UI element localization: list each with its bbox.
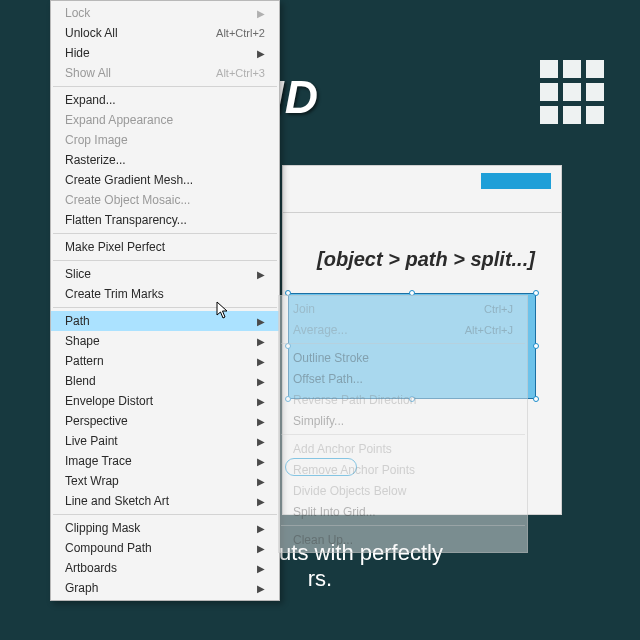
- menu-shortcut: Ctrl+J: [484, 303, 513, 315]
- grid-icon: [540, 60, 604, 124]
- chevron-right-icon: ▶: [257, 523, 265, 534]
- menu-item-label: Expand Appearance: [65, 113, 265, 127]
- menu-item-live-paint[interactable]: Live Paint▶: [51, 431, 279, 451]
- submenu-item-split-into-grid[interactable]: Split Into Grid...: [279, 501, 527, 522]
- menu-item-expand[interactable]: Expand...: [51, 90, 279, 110]
- canvas-subtitle: [object > path > split...]: [301, 248, 551, 271]
- chevron-right-icon: ▶: [257, 316, 265, 327]
- submenu-item-simplify[interactable]: Simplify...: [279, 410, 527, 431]
- menu-shortcut: Alt+Ctrl+J: [465, 324, 513, 336]
- menu-item-blend[interactable]: Blend▶: [51, 371, 279, 391]
- chevron-right-icon: ▶: [257, 476, 265, 487]
- menu-item-label: Artboards: [65, 561, 251, 575]
- canvas-tab: [481, 173, 551, 189]
- menu-item-slice[interactable]: Slice▶: [51, 264, 279, 284]
- submenu-item-offset-path[interactable]: Offset Path...: [279, 368, 527, 389]
- menu-item-expand-appearance: Expand Appearance: [51, 110, 279, 130]
- menu-item-label: Offset Path...: [293, 372, 513, 386]
- menu-separator: [53, 233, 277, 234]
- menu-item-compound-path[interactable]: Compound Path▶: [51, 538, 279, 558]
- chevron-right-icon: ▶: [257, 336, 265, 347]
- menu-item-crop-image: Crop Image: [51, 130, 279, 150]
- menu-item-hide[interactable]: Hide▶: [51, 43, 279, 63]
- menu-item-label: Remove Anchor Points: [293, 463, 513, 477]
- menu-item-label: Create Trim Marks: [65, 287, 265, 301]
- menu-item-label: Live Paint: [65, 434, 251, 448]
- chevron-right-icon: ▶: [257, 436, 265, 447]
- resize-handle[interactable]: [533, 396, 539, 402]
- menu-item-lock: Lock▶: [51, 3, 279, 23]
- chevron-right-icon: ▶: [257, 496, 265, 507]
- divider: [283, 212, 561, 213]
- chevron-right-icon: ▶: [257, 416, 265, 427]
- submenu-item-average: Average...Alt+Ctrl+J: [279, 319, 527, 340]
- menu-item-create-object-mosaic: Create Object Mosaic...: [51, 190, 279, 210]
- menu-item-line-and-sketch-art[interactable]: Line and Sketch Art▶: [51, 491, 279, 511]
- menu-item-label: Image Trace: [65, 454, 251, 468]
- menu-item-label: Show All: [65, 66, 216, 80]
- submenu-item-clean-up[interactable]: Clean Up...: [279, 529, 527, 550]
- cursor-icon: [216, 301, 230, 319]
- menu-separator: [53, 86, 277, 87]
- menu-separator: [53, 260, 277, 261]
- menu-item-label: Expand...: [65, 93, 265, 107]
- submenu-item-reverse-path-direction: Reverse Path Direction: [279, 389, 527, 410]
- menu-item-label: Divide Objects Below: [293, 484, 513, 498]
- path-submenu[interactable]: JoinCtrl+JAverage...Alt+Ctrl+JOutline St…: [278, 295, 528, 553]
- menu-item-label: Add Anchor Points: [293, 442, 513, 456]
- menu-item-label: Create Gradient Mesh...: [65, 173, 265, 187]
- menu-item-label: Outline Stroke: [293, 351, 513, 365]
- menu-item-label: Flatten Transparency...: [65, 213, 265, 227]
- chevron-right-icon: ▶: [257, 376, 265, 387]
- menu-shortcut: Alt+Ctrl+2: [216, 27, 265, 39]
- resize-handle[interactable]: [533, 290, 539, 296]
- menu-item-pattern[interactable]: Pattern▶: [51, 351, 279, 371]
- menu-item-flatten-transparency[interactable]: Flatten Transparency...: [51, 210, 279, 230]
- menu-item-label: Join: [293, 302, 484, 316]
- chevron-right-icon: ▶: [257, 48, 265, 59]
- submenu-item-add-anchor-points: Add Anchor Points: [279, 438, 527, 459]
- menu-item-label: Average...: [293, 323, 465, 337]
- submenu-item-join: JoinCtrl+J: [279, 298, 527, 319]
- menu-shortcut: Alt+Ctrl+3: [216, 67, 265, 79]
- menu-item-envelope-distort[interactable]: Envelope Distort▶: [51, 391, 279, 411]
- menu-item-create-gradient-mesh[interactable]: Create Gradient Mesh...: [51, 170, 279, 190]
- menu-item-show-all: Show AllAlt+Ctrl+3: [51, 63, 279, 83]
- object-menu[interactable]: Lock▶Unlock AllAlt+Ctrl+2Hide▶Show AllAl…: [50, 0, 280, 601]
- menu-item-perspective[interactable]: Perspective▶: [51, 411, 279, 431]
- menu-item-label: Graph: [65, 581, 251, 595]
- menu-item-image-trace[interactable]: Image Trace▶: [51, 451, 279, 471]
- submenu-item-outline-stroke[interactable]: Outline Stroke: [279, 347, 527, 368]
- chevron-right-icon: ▶: [257, 396, 265, 407]
- menu-item-unlock-all[interactable]: Unlock AllAlt+Ctrl+2: [51, 23, 279, 43]
- menu-item-label: Create Object Mosaic...: [65, 193, 265, 207]
- menu-item-label: Blend: [65, 374, 251, 388]
- menu-item-label: Envelope Distort: [65, 394, 251, 408]
- menu-separator: [53, 307, 277, 308]
- menu-item-path[interactable]: Path▶: [51, 311, 279, 331]
- menu-item-clipping-mask[interactable]: Clipping Mask▶: [51, 518, 279, 538]
- menu-item-create-trim-marks[interactable]: Create Trim Marks: [51, 284, 279, 304]
- menu-item-make-pixel-perfect[interactable]: Make Pixel Perfect: [51, 237, 279, 257]
- menu-item-label: Shape: [65, 334, 251, 348]
- menu-item-label: Simplify...: [293, 414, 513, 428]
- menu-item-label: Slice: [65, 267, 251, 281]
- menu-item-label: Clipping Mask: [65, 521, 251, 535]
- menu-item-shape[interactable]: Shape▶: [51, 331, 279, 351]
- menu-item-label: Crop Image: [65, 133, 265, 147]
- menu-item-label: Hide: [65, 46, 251, 60]
- menu-item-artboards[interactable]: Artboards▶: [51, 558, 279, 578]
- chevron-right-icon: ▶: [257, 583, 265, 594]
- menu-item-rasterize[interactable]: Rasterize...: [51, 150, 279, 170]
- menu-separator: [281, 525, 525, 526]
- chevron-right-icon: ▶: [257, 8, 265, 19]
- menu-separator: [281, 434, 525, 435]
- submenu-item-divide-objects-below: Divide Objects Below: [279, 480, 527, 501]
- menu-item-label: Lock: [65, 6, 251, 20]
- menu-item-text-wrap[interactable]: Text Wrap▶: [51, 471, 279, 491]
- menu-separator: [53, 514, 277, 515]
- menu-item-graph[interactable]: Graph▶: [51, 578, 279, 598]
- resize-handle[interactable]: [533, 343, 539, 349]
- menu-separator: [281, 343, 525, 344]
- chevron-right-icon: ▶: [257, 563, 265, 574]
